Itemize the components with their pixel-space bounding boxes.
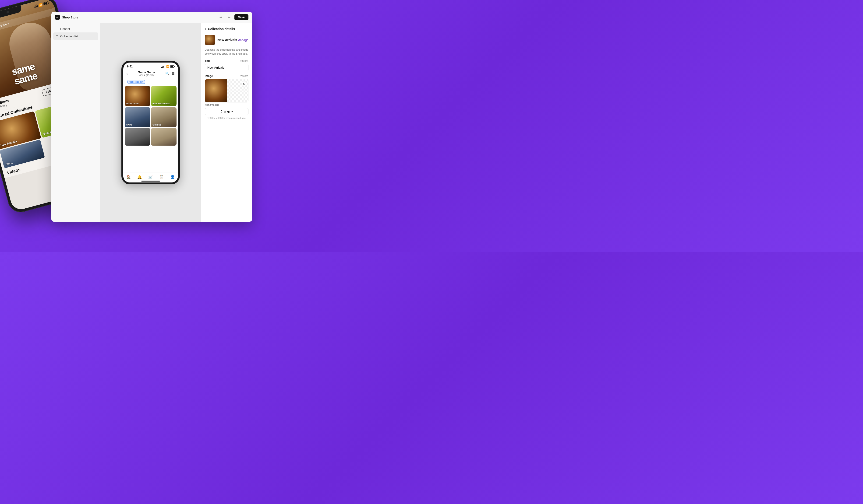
preview-phone: 9:41 📶 ‹ [122, 61, 180, 184]
image-crop-button[interactable]: ⊡ [242, 81, 246, 86]
image-restore-button[interactable]: Restore [239, 75, 248, 78]
sidebar-item-header[interactable]: ⊞ Header [53, 25, 98, 33]
manage-link[interactable]: Manage [237, 38, 248, 42]
preview-profile-icon[interactable]: 👤 [170, 175, 175, 179]
image-left-half [205, 79, 227, 102]
collection-details-panel: ‹ Collection details New Arrivals Manage… [201, 23, 252, 222]
preview-menu-icon[interactable]: ☰ [172, 72, 175, 75]
desktop-app: 🛍 Shop Store ↩ ↪ Save ⊞ Header ⊙ Collect… [51, 12, 252, 222]
preview-back-icon[interactable]: ‹ [127, 72, 128, 76]
preview-collection-new-arrivals[interactable]: New Arrivals [125, 86, 150, 106]
preview-collection-tank[interactable] [125, 128, 150, 146]
title-input[interactable] [205, 64, 248, 71]
sidebar-collection-label: Collection list [60, 35, 78, 38]
title-restore-button[interactable]: Restore [239, 59, 248, 63]
preview-home-icon[interactable]: 🏠 [126, 175, 131, 179]
preview-rating: 4.9 ★ (15.3K) [138, 74, 155, 77]
shop-icon: 🛍 [55, 15, 60, 20]
panel-title: Collection details [208, 27, 235, 31]
header-icon: ⊞ [55, 27, 58, 30]
image-preview: ⊡ [205, 79, 248, 102]
preview-search-icon[interactable]: 🔍 [165, 72, 169, 75]
preview-status-time: 9:41 [127, 65, 133, 68]
app-title: Shop Store [62, 16, 78, 19]
title-field: Title Restore [205, 59, 248, 71]
preview-cart-icon[interactable]: 🛒 [148, 175, 153, 179]
redo-button[interactable]: ↪ [226, 14, 233, 21]
preview-collection-dress[interactable] [151, 128, 176, 146]
preview-store-name: Same Same [138, 70, 155, 74]
app-sidebar: ⊞ Header ⊙ Collection list [51, 23, 100, 222]
chevron-down-icon: ▾ [232, 110, 233, 113]
preview-list-icon[interactable]: 📋 [159, 175, 164, 179]
title-field-label: Title [205, 59, 210, 63]
image-size-hint: 1080px x 1080px recommended size [205, 117, 248, 119]
preview-bell-icon[interactable]: 🔔 [137, 175, 142, 179]
undo-button[interactable]: ↩ [217, 14, 224, 21]
preview-beach-label: Beach Essentials [152, 102, 170, 105]
preview-new-arrivals-label: New Arrivals [126, 102, 139, 105]
image-field: Image Restore ⊡ filename.jpg Change ▾ 10… [205, 75, 248, 119]
change-image-button[interactable]: Change ▾ [205, 108, 248, 115]
image-field-label: Image [205, 75, 213, 78]
preview-swim-label: Swim [126, 124, 132, 126]
preview-collection-clothing[interactable]: Clothing [151, 107, 176, 127]
save-button[interactable]: Save [235, 14, 248, 20]
collection-display-name: New Arrivals [217, 38, 237, 42]
preview-collection-swim[interactable]: Swim [125, 107, 150, 127]
preview-collection-beach[interactable]: Beach Essentials [151, 86, 176, 106]
sidebar-header-label: Header [60, 27, 70, 30]
image-filename: filename.jpg [205, 103, 248, 106]
collection-list-icon: ⊙ [55, 34, 58, 38]
collection-list-tag: Collection list [127, 80, 145, 84]
panel-back-button[interactable]: ‹ [205, 27, 206, 31]
panel-description: Updating the collection title and image … [205, 48, 248, 55]
sidebar-item-collection-list[interactable]: ⊙ Collection list [53, 33, 98, 40]
app-titlebar: 🛍 Shop Store ↩ ↪ Save [51, 12, 252, 23]
preview-clothing-label: Clothing [152, 124, 161, 126]
app-main-preview: 9:41 📶 ‹ [100, 23, 201, 222]
collection-thumbnail [205, 35, 215, 45]
